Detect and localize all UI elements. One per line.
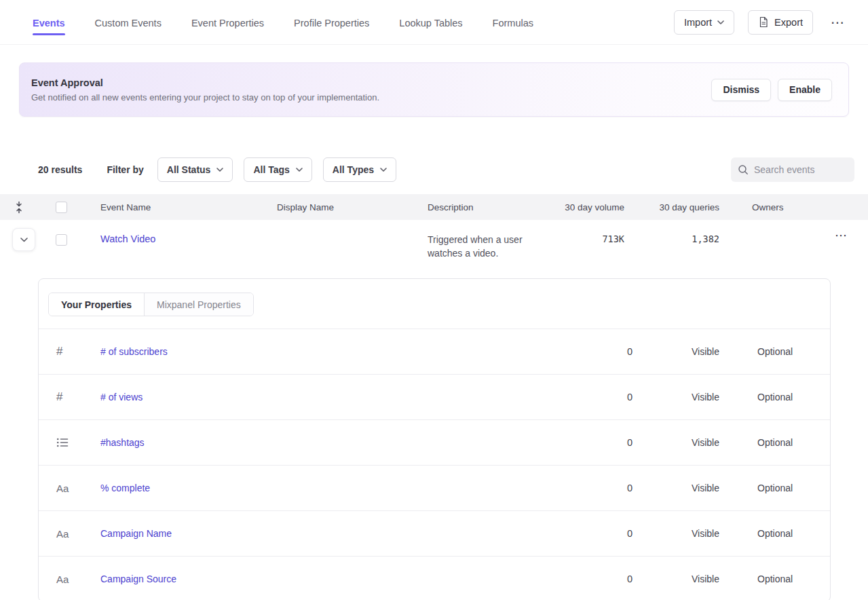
tab-events[interactable]: Events bbox=[33, 3, 65, 42]
row-more-options-icon[interactable]: ⋯ bbox=[835, 228, 848, 243]
property-count: 0 bbox=[551, 346, 633, 357]
banner-subtitle: Get notified on all new events entering … bbox=[31, 92, 379, 102]
banner-text: Event Approval Get notified on all new e… bbox=[31, 77, 379, 102]
properties-tabs: Your Properties Mixpanel Properties bbox=[48, 293, 254, 316]
collapse-row-button[interactable] bbox=[12, 228, 35, 251]
filter-toolbar: 20 results Filter by All Status All Tags… bbox=[0, 156, 868, 183]
import-button[interactable]: Import bbox=[674, 10, 734, 35]
top-navigation: Events Custom Events Event Properties Pr… bbox=[0, 0, 868, 45]
property-requirement: Optional bbox=[757, 437, 830, 448]
property-visibility: Visible bbox=[633, 392, 757, 402]
property-visibility: Visible bbox=[633, 437, 757, 448]
chevron-down-icon bbox=[717, 20, 724, 24]
property-count: 0 bbox=[551, 437, 633, 448]
import-button-label: Import bbox=[684, 17, 712, 28]
banner-title: Event Approval bbox=[31, 77, 379, 88]
property-count: 0 bbox=[551, 574, 633, 584]
tab-mixpanel-properties[interactable]: Mixpanel Properties bbox=[144, 293, 253, 316]
event-30-day-queries: 1,382 bbox=[624, 220, 719, 244]
select-all-checkbox[interactable] bbox=[56, 202, 67, 213]
property-name-link[interactable]: % complete bbox=[100, 483, 150, 493]
event-approval-banner: Event Approval Get notified on all new e… bbox=[19, 62, 849, 117]
text-property-icon: Aa bbox=[39, 528, 100, 540]
tab-event-properties[interactable]: Event Properties bbox=[191, 3, 264, 42]
property-row: Aa Campaign Name 0 Visible Optional bbox=[39, 510, 830, 556]
tab-your-properties[interactable]: Your Properties bbox=[49, 293, 144, 316]
nav-tabs: Events Custom Events Event Properties Pr… bbox=[33, 3, 533, 42]
header-30-day-volume: 30 day volume bbox=[543, 202, 624, 212]
events-table-header: Event Name Display Name Description 30 d… bbox=[0, 194, 868, 220]
text-property-icon: Aa bbox=[39, 574, 100, 585]
enable-button[interactable]: Enable bbox=[778, 79, 832, 101]
tab-lookup-tables[interactable]: Lookup Tables bbox=[399, 3, 462, 42]
number-property-icon: # bbox=[39, 345, 100, 358]
property-name-link[interactable]: # of views bbox=[100, 392, 143, 402]
filter-by-label: Filter by bbox=[107, 164, 143, 175]
select-all-cell bbox=[38, 202, 100, 213]
property-name-link[interactable]: #hashtags bbox=[100, 437, 145, 448]
properties-tabbar: Your Properties Mixpanel Properties bbox=[39, 279, 830, 329]
chevron-down-icon bbox=[380, 168, 387, 172]
row-checkbox-cell bbox=[38, 220, 100, 246]
export-button-label: Export bbox=[774, 17, 803, 28]
property-visibility: Visible bbox=[633, 483, 757, 493]
collapse-all-icon[interactable] bbox=[0, 201, 38, 214]
export-button[interactable]: Export bbox=[748, 10, 813, 35]
export-csv-icon bbox=[758, 16, 769, 28]
property-visibility: Visible bbox=[633, 528, 757, 539]
number-property-icon: # bbox=[39, 390, 100, 404]
status-filter-value: All Status bbox=[167, 164, 211, 175]
expand-cell bbox=[0, 220, 38, 251]
search-icon bbox=[738, 164, 749, 175]
search-input[interactable] bbox=[754, 164, 842, 175]
status-filter-dropdown[interactable]: All Status bbox=[157, 157, 233, 182]
tab-profile-properties[interactable]: Profile Properties bbox=[294, 3, 369, 42]
property-name-link[interactable]: # of subscribers bbox=[100, 346, 168, 357]
property-requirement: Optional bbox=[757, 483, 830, 493]
nav-actions: Import Export ⋯ bbox=[674, 10, 849, 35]
header-display-name: Display Name bbox=[277, 202, 428, 212]
tags-filter-value: All Tags bbox=[253, 164, 289, 175]
banner-actions: Dismiss Enable bbox=[711, 79, 832, 101]
chevron-down-icon bbox=[216, 168, 223, 172]
property-row: Aa % complete 0 Visible Optional bbox=[39, 465, 830, 510]
property-name-link[interactable]: Campaign Name bbox=[100, 528, 172, 539]
tab-formulas[interactable]: Formulas bbox=[493, 3, 533, 42]
types-filter-value: All Types bbox=[333, 164, 374, 175]
list-property-icon bbox=[39, 437, 100, 448]
event-actions-cell: ⋯ bbox=[814, 220, 868, 243]
property-requirement: Optional bbox=[757, 528, 830, 539]
header-description: Description bbox=[428, 202, 543, 212]
types-filter-dropdown[interactable]: All Types bbox=[323, 157, 396, 182]
text-property-icon: Aa bbox=[39, 483, 100, 494]
property-count: 0 bbox=[551, 392, 633, 402]
property-requirement: Optional bbox=[757, 346, 830, 357]
header-30-day-queries: 30 day queries bbox=[624, 202, 719, 212]
property-visibility: Visible bbox=[633, 346, 757, 357]
property-row: #hashtags 0 Visible Optional bbox=[39, 419, 830, 465]
properties-panel: Your Properties Mixpanel Properties # # … bbox=[38, 278, 831, 600]
header-owners: Owners bbox=[719, 202, 814, 212]
property-row: # # of subscribers 0 Visible Optional bbox=[39, 329, 830, 374]
property-requirement: Optional bbox=[757, 574, 830, 584]
event-30-day-volume: 713K bbox=[543, 220, 624, 244]
property-count: 0 bbox=[551, 528, 633, 539]
results-count: 20 results bbox=[38, 164, 82, 175]
event-name-link[interactable]: Watch Video bbox=[100, 220, 277, 244]
property-name-link[interactable]: Campaign Source bbox=[100, 574, 176, 584]
row-checkbox[interactable] bbox=[56, 234, 67, 246]
header-event-name: Event Name bbox=[100, 202, 277, 212]
event-description: Triggered when a user watches a video. bbox=[428, 220, 543, 260]
property-row: Aa Campaign Source 0 Visible Optional bbox=[39, 556, 830, 600]
property-requirement: Optional bbox=[757, 392, 830, 402]
property-count: 0 bbox=[551, 483, 633, 493]
search-box bbox=[731, 157, 854, 182]
property-row: # # of views 0 Visible Optional bbox=[39, 374, 830, 419]
more-options-icon[interactable]: ⋯ bbox=[827, 13, 849, 32]
dismiss-button[interactable]: Dismiss bbox=[711, 79, 771, 101]
chevron-down-icon bbox=[296, 168, 303, 172]
property-visibility: Visible bbox=[633, 574, 757, 584]
tags-filter-dropdown[interactable]: All Tags bbox=[244, 157, 312, 182]
chevron-down-icon bbox=[20, 238, 28, 242]
tab-custom-events[interactable]: Custom Events bbox=[95, 3, 162, 42]
